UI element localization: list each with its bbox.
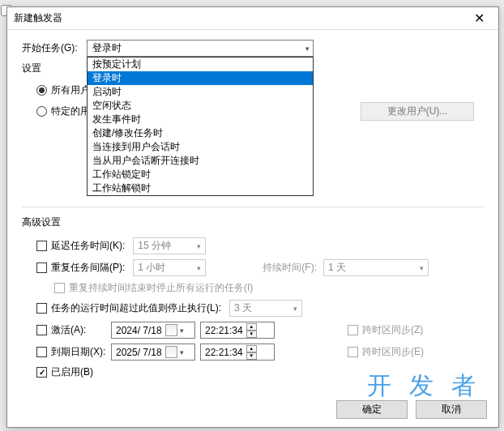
delay-value-combo[interactable]: 15 分钟▾ — [133, 237, 206, 254]
activate-tz-label: 跨时区同步(Z) — [362, 323, 423, 337]
chevron-down-icon: ▾ — [180, 348, 184, 356]
chevron-down-icon: ▾ — [197, 264, 201, 272]
chevron-down-icon: ▾ — [305, 45, 310, 53]
chk-activate[interactable] — [36, 325, 47, 335]
duration-label: 持续时间(F): — [263, 261, 317, 275]
chk-stop-at-end — [54, 283, 65, 293]
chk-activate-tz — [348, 325, 358, 335]
expire-time[interactable]: 22:21:34▲▼ — [200, 344, 275, 361]
expire-date[interactable]: 2025/ 7/18▾ — [111, 344, 195, 361]
chevron-down-icon: ▾ — [180, 326, 184, 335]
close-button[interactable]: ✕ — [463, 8, 495, 29]
spin-down-icon[interactable]: ▼ — [246, 352, 257, 360]
chk-repeat[interactable] — [36, 262, 47, 273]
expire-label: 到期日期(X): — [51, 345, 105, 359]
change-user-button[interactable]: 更改用户(U)... — [361, 102, 474, 121]
duration-value-combo[interactable]: 1 天▾ — [323, 259, 429, 276]
activate-date[interactable]: 2024/ 7/18▾ — [111, 322, 195, 339]
begin-task-option[interactable]: 当从用户会话断开连接时 — [88, 154, 313, 168]
chk-expire-tz — [348, 347, 358, 357]
begin-task-option[interactable]: 当连接到用户会话时 — [88, 140, 313, 154]
radio-specific-user-label: 特定的用 — [51, 105, 90, 118]
begin-task-label: 开始任务(G): — [22, 41, 87, 55]
spin-up-icon[interactable]: ▲ — [246, 345, 257, 352]
radio-specific-user[interactable] — [36, 106, 47, 117]
ok-button[interactable]: 确定 — [336, 400, 408, 419]
begin-task-value: 登录时 — [92, 41, 122, 55]
radio-all-users[interactable] — [36, 85, 47, 96]
stop-if-longer-label: 任务的运行时间超过此值则停止执行(L): — [51, 301, 221, 315]
cancel-button[interactable]: 取消 — [416, 400, 487, 419]
begin-task-option[interactable]: 创建/修改任务时 — [88, 126, 313, 140]
repeat-value-combo[interactable]: 1 小时▾ — [133, 259, 206, 276]
spin-up-icon[interactable]: ▲ — [246, 323, 257, 331]
chevron-down-icon: ▾ — [420, 264, 424, 272]
enabled-label: 已启用(B) — [51, 365, 93, 379]
spin-down-icon[interactable]: ▼ — [246, 331, 257, 338]
chevron-down-icon: ▾ — [293, 305, 297, 313]
activate-time[interactable]: 22:21:34▲▼ — [200, 322, 275, 339]
begin-task-option[interactable]: 登录时 — [88, 71, 313, 85]
titlebar: 新建触发器 ✕ — [7, 7, 498, 30]
dialog-window: 新建触发器 ✕ 开始任务(G): 登录时 ▾ 按预定计划登录时启动时空闲状态发生… — [6, 6, 499, 428]
chevron-down-icon: ▾ — [197, 242, 201, 250]
chk-expire[interactable] — [36, 347, 47, 357]
repeat-label: 重复任务间隔(P): — [51, 261, 125, 275]
expire-tz-label: 跨时区同步(E) — [362, 345, 424, 359]
begin-task-option[interactable]: 启动时 — [88, 85, 313, 99]
calendar-icon — [165, 324, 177, 336]
begin-task-option[interactable]: 工作站解锁时 — [88, 181, 313, 195]
begin-task-combo[interactable]: 登录时 ▾ 按预定计划登录时启动时空闲状态发生事件时创建/修改任务时当连接到用户… — [87, 40, 314, 57]
stop-at-end-label: 重复持续时间结束时停止所有运行的任务(I) — [69, 281, 253, 295]
calendar-icon — [165, 346, 177, 358]
radio-all-users-label: 所有用户 — [51, 83, 90, 97]
advanced-title: 高级设置 — [22, 216, 484, 229]
begin-task-option[interactable]: 空闲状态 — [88, 99, 313, 113]
delay-label: 延迟任务时间(K): — [51, 239, 125, 253]
begin-task-option[interactable]: 发生事件时 — [88, 113, 313, 126]
chk-delay[interactable] — [36, 241, 47, 251]
stop-if-longer-combo[interactable]: 3 天▾ — [229, 300, 302, 317]
begin-task-dropdown[interactable]: 按预定计划登录时启动时空闲状态发生事件时创建/修改任务时当连接到用户会话时当从用… — [87, 57, 314, 196]
begin-task-option[interactable]: 按预定计划 — [88, 58, 313, 71]
chk-enabled[interactable] — [36, 367, 47, 378]
dialog-title: 新建触发器 — [14, 11, 463, 25]
begin-task-option[interactable]: 工作站锁定时 — [88, 168, 313, 181]
chk-stop-if-longer[interactable] — [36, 303, 47, 314]
activate-label: 激活(A): — [51, 323, 86, 337]
divider — [22, 207, 484, 207]
